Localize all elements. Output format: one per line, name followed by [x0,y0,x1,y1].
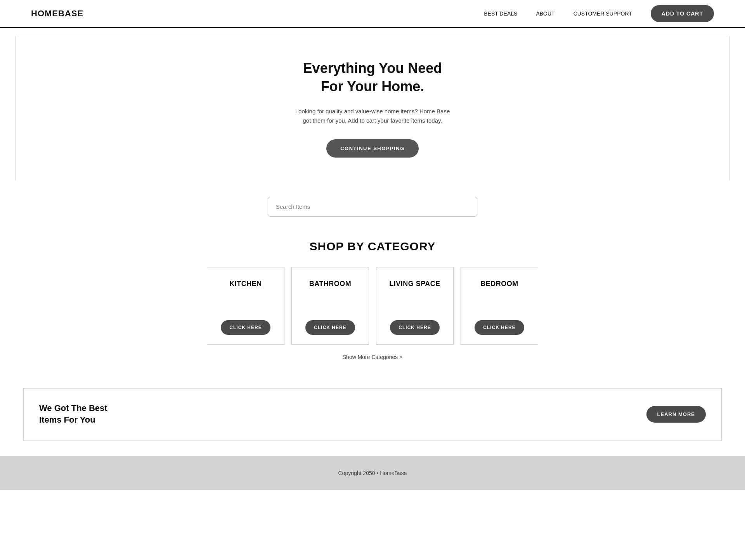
hero-section: Everything You Need For Your Home. Looki… [16,36,729,181]
living-space-click-here-button[interactable]: CLICK HERE [390,320,439,335]
bedroom-click-here-button[interactable]: CLICK HERE [475,320,524,335]
nav-about[interactable]: ABOUT [536,10,554,17]
promo-banner: We Got The Best Items For You LEARN MORE [23,388,722,441]
category-card-bathroom[interactable]: BATHROOM CLICK HERE [291,267,369,345]
nav-customer-support[interactable]: CUSTOMER SUPPORT [573,10,632,17]
category-section-title: SHOP BY CATEGORY [23,240,722,253]
search-section [0,197,745,217]
add-to-cart-button[interactable]: ADD TO CART [651,5,714,22]
footer: Copyright 2050 • HomeBase [0,456,745,490]
kitchen-click-here-button[interactable]: CLICK HERE [221,320,270,335]
category-grid: KITCHEN CLICK HERE BATHROOM CLICK HERE L… [23,267,722,345]
category-card-living-space[interactable]: LIVING SPACE CLICK HERE [376,267,454,345]
bathroom-click-here-button[interactable]: CLICK HERE [305,320,355,335]
category-label-bathroom: BATHROOM [309,280,352,288]
hero-title: Everything You Need For Your Home. [31,59,714,96]
category-label-bedroom: BEDROOM [480,280,518,288]
category-label-living-space: LIVING SPACE [389,280,440,288]
hero-subtitle: Looking for quality and value-wise home … [295,107,450,125]
continue-shopping-button[interactable]: CONTINUE SHOPPING [326,139,419,158]
category-section: SHOP BY CATEGORY KITCHEN CLICK HERE BATH… [0,232,745,388]
copyright-text: Copyright 2050 • HomeBase [338,470,407,476]
category-card-bedroom[interactable]: BEDROOM CLICK HERE [461,267,538,345]
promo-text: We Got The Best Items For You [39,402,107,427]
show-more-categories[interactable]: Show More Categories > [23,354,722,360]
category-label-kitchen: KITCHEN [229,280,262,288]
nav-best-deals[interactable]: BEST DEALS [484,10,517,17]
category-card-kitchen[interactable]: KITCHEN CLICK HERE [207,267,284,345]
learn-more-button[interactable]: LEARN MORE [646,406,706,423]
nav-links: BEST DEALS ABOUT CUSTOMER SUPPORT ADD TO… [484,5,714,22]
site-logo: HOMEBASE [31,9,83,19]
search-input[interactable] [268,197,477,217]
navbar: HOMEBASE BEST DEALS ABOUT CUSTOMER SUPPO… [0,0,745,28]
